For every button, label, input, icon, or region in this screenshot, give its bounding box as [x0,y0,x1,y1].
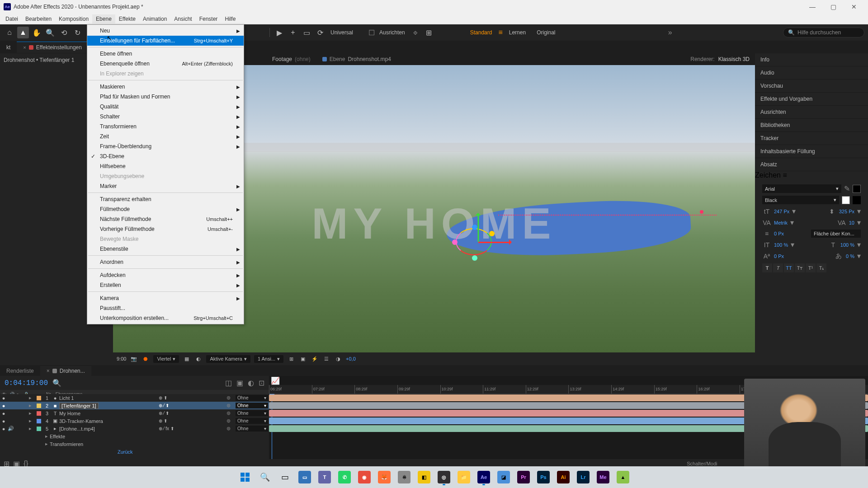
orbit-tool-icon[interactable]: ⟲ [58,27,70,38]
fast-preview-icon[interactable]: ⚡ [311,355,319,363]
app-green2-icon[interactable]: ▲ [614,468,632,486]
layer-row[interactable]: ● 🔊 ▸ 5 ▸ [Drohne...t.mp4] ⊕ ∕ fx ⬆ ⊚ Oh… [0,425,269,432]
layer-name[interactable]: ▸ [Drohne...t.mp4] [52,426,159,432]
add-tool-icon[interactable]: + [287,27,299,38]
3d-gizmo[interactable] [447,215,510,278]
snap2-tool-icon[interactable]: ⊞ [423,27,435,38]
menu-item[interactable]: Ebene öffnen [87,49,244,59]
time-tick[interactable]: 11:29f [483,385,526,394]
layer-color-label[interactable] [37,396,41,400]
visibility-toggle[interactable]: ● [0,418,7,424]
eyedropper-icon[interactable]: ✎ [844,184,850,193]
layer-switches[interactable]: ⊕ ⬆ [159,418,213,423]
visibility-toggle[interactable]: ● [0,395,7,401]
expand-arrow-icon[interactable]: ▸ [29,418,35,424]
teams-icon[interactable]: T [316,468,334,486]
menu-item[interactable]: Nächste FüllmethodeUmschalt++ [87,214,244,224]
menu-effekte[interactable]: Effekte [115,14,139,23]
hand-tool-icon[interactable]: ✋ [31,27,42,38]
parent-pickwhip-icon[interactable]: ⊚ [226,426,235,432]
aftereffects-icon[interactable]: Ae [475,468,493,486]
menu-item[interactable]: Neu▶ [87,26,244,36]
layer-color-label[interactable] [37,419,41,423]
time-tick[interactable]: 09:29f [397,385,440,394]
layer-name[interactable]: T My Home [52,411,159,416]
panel-content-fill[interactable]: Inhaltsbasierte Füllung [755,145,868,158]
illustrator-icon[interactable]: Ai [554,468,572,486]
workspace-original[interactable]: Original [532,28,560,38]
layer-switches[interactable]: ⊕ ∕ ⬆ [159,403,213,408]
visibility-toggle[interactable]: ● [0,426,7,432]
menu-item[interactable]: Transparenz erhalten [87,194,244,204]
selection-tool-icon[interactable]: ▲ [17,27,29,38]
expand-arrow-icon[interactable]: ▸ [29,395,35,401]
menu-datei[interactable]: Datei [2,14,22,23]
menu-icon[interactable]: ≡ [498,28,502,37]
app-red-icon[interactable]: ◉ [355,468,373,486]
timeline-opt2-icon[interactable]: ▣ [236,379,243,387]
channel-icon[interactable]: ⬣ [142,355,150,363]
menu-item[interactable]: Maskieren▶ [87,82,244,92]
switches-modes-label[interactable]: Schalter/Modi [687,461,717,466]
3d-text-layer[interactable]: MY HOME [312,199,557,249]
transparency-grid-icon[interactable]: ⊞ [287,355,295,363]
menu-item[interactable]: Frame-Überblendung▶ [87,141,244,151]
audio-toggle[interactable]: 🔊 [7,426,14,432]
menu-item[interactable]: Erstellen▶ [87,280,244,290]
tab-render-queue[interactable]: Renderliste [0,366,40,376]
tab-project[interactable]: kt [0,42,17,53]
panel-audio[interactable]: Audio [755,66,868,80]
panel-align[interactable]: Ausrichten [755,106,868,119]
menu-item[interactable]: ✓3D-Ebene [87,151,244,161]
snap-tool-icon[interactable]: ⟐ [410,27,421,38]
photoshop-icon[interactable]: Ps [534,468,552,486]
layer-color-label[interactable] [37,427,41,431]
font-style-dropdown[interactable]: Black▾ [762,196,839,204]
workspace-lernen[interactable]: Lernen [505,28,530,38]
resolution-dropdown[interactable]: Viertel▾ [153,355,179,363]
parent-pickwhip-icon[interactable]: ⊚ [226,410,235,416]
play-tool-icon[interactable]: ▶ [274,27,285,38]
visibility-toggle[interactable]: ● [0,411,7,416]
app-blue2-icon[interactable]: ◪ [495,468,513,486]
firefox-icon[interactable]: 🦊 [375,468,393,486]
menu-item[interactable]: Schalter▶ [87,112,244,122]
explorer-icon[interactable]: ▭ [296,468,314,486]
rect-tool-icon[interactable]: ▭ [301,27,312,38]
italic-button[interactable]: T [773,263,783,272]
mask-icon[interactable]: ◐ [194,355,203,363]
exposure-value[interactable]: +0,0 [346,356,356,361]
kerning-value[interactable]: Metrik [774,220,788,225]
zoom-value[interactable]: 9:00 [117,356,126,361]
vscale-value[interactable]: 100 % [774,242,788,248]
layer-row[interactable]: ● ▸ 3 T My Home ⊕ ∕ ⬆ ⊚ Ohne▾ [0,409,269,417]
stroke-option-dropdown[interactable]: Fläche über Kon... [811,230,861,238]
menu-ebene[interactable]: Ebene [92,14,115,23]
current-timecode[interactable]: 0:04:19:00 [5,379,48,387]
parent-dropdown[interactable]: Ohne▾ [236,403,268,408]
parent-dropdown[interactable]: Ohne▾ [236,418,268,424]
menu-hilfe[interactable]: Hilfe [221,14,239,23]
layer-switches[interactable]: ⊕ ∕ fx ⬆ [159,426,213,431]
expand-arrows-icon[interactable]: » [668,28,672,37]
layer-property-group[interactable]: ▸Transformieren [0,440,269,448]
layer-tab[interactable]: Ebene Drohnenshot.mp4 [317,54,396,64]
graph-editor-icon[interactable]: 📈 [271,376,280,385]
time-tick[interactable]: 15:29f [654,385,697,394]
menu-item[interactable]: Pfad für Masken und Formen▶ [87,92,244,102]
tsume-value[interactable]: 0 % [846,253,854,259]
zoom-tool-icon[interactable]: 🔍 [44,27,56,38]
font-family-dropdown[interactable]: Arial▾ [762,184,841,193]
refresh-tool-icon[interactable]: ⟳ [314,27,326,38]
time-tick[interactable]: 12:29f [526,385,569,394]
timeline-opt3-icon[interactable]: ◐ [248,379,254,387]
parent-pickwhip-icon[interactable]: ⊚ [226,403,235,408]
expand-arrow-icon[interactable]: ▸ [29,426,35,432]
time-tick[interactable]: 06:29f [269,385,312,394]
timeline-opt4-icon[interactable]: ⊡ [259,379,264,387]
menu-item[interactable]: Aufdecken▶ [87,270,244,280]
pixel-aspect-icon[interactable]: ▣ [299,355,307,363]
time-tick[interactable]: 07:29f [312,385,355,394]
layer-color-label[interactable] [37,404,41,408]
bold-button[interactable]: T [762,263,772,272]
